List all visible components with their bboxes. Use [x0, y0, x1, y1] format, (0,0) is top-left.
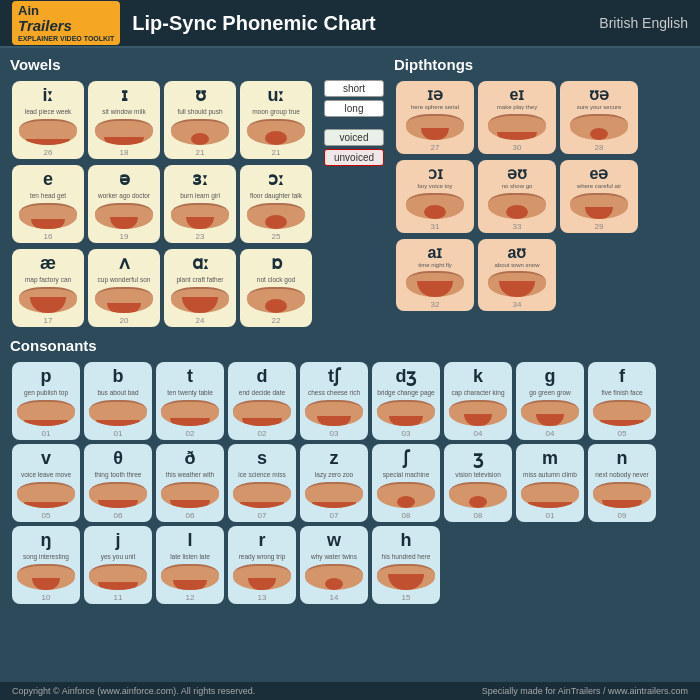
- phoneme-num: 17: [44, 316, 53, 325]
- phoneme-symbol: ʒ: [473, 448, 483, 470]
- phoneme-symbol: ð: [185, 448, 196, 470]
- mouth-shape: [247, 203, 305, 229]
- consonant-card: p gen publish top 01: [12, 362, 80, 440]
- mouth-shape: [305, 400, 363, 426]
- logo-trailers: Trailers: [18, 18, 114, 35]
- mouth-shape: [449, 482, 507, 508]
- phoneme-words: his hundred here: [382, 553, 431, 561]
- mouth-shape: [89, 482, 147, 508]
- consonant-card: f five finish face 05: [588, 362, 656, 440]
- phoneme-words: miss autumn climb: [523, 471, 577, 479]
- phoneme-words: five finish face: [601, 389, 642, 397]
- diphthong-symbol: ʊə: [589, 85, 609, 104]
- phoneme-words: why water twins: [311, 553, 357, 561]
- phoneme-num: 32: [431, 300, 440, 309]
- logo-ain: Ain: [18, 4, 114, 18]
- phoneme-symbol: dʒ: [396, 366, 417, 388]
- phoneme-num: 04: [546, 429, 555, 438]
- mouth-shape: [19, 119, 77, 145]
- header: Ain Trailers EXPLAINER VIDEO TOOLKIT Lip…: [0, 0, 700, 48]
- diphthong-words: make play they: [497, 104, 537, 112]
- phoneme-num: 33: [513, 222, 522, 231]
- phoneme-symbol: j: [115, 530, 120, 552]
- phoneme-words: burn learn girl: [180, 192, 220, 200]
- phoneme-symbol: k: [473, 366, 483, 388]
- mouth-shape: [570, 114, 628, 140]
- consonant-card: r ready wrong trip 13: [228, 526, 296, 604]
- phoneme-card: ə worker ago doctor 19: [88, 165, 160, 243]
- mouth-shape: [19, 287, 77, 313]
- phoneme-symbol: ɪ: [121, 85, 128, 107]
- phoneme-words: full should push: [177, 108, 222, 116]
- diphthong-words: about town snow: [494, 262, 539, 270]
- phoneme-num: 19: [120, 232, 129, 241]
- consonants-title: Consonants: [10, 337, 690, 354]
- mouth-shape: [406, 271, 464, 297]
- phoneme-num: 16: [44, 232, 53, 241]
- phoneme-card: ɔː floor daughter talk 25: [240, 165, 312, 243]
- mouth-shape: [161, 482, 219, 508]
- consonant-card: ʒ vision television 08: [444, 444, 512, 522]
- consonant-card: tʃ chess cheese rich 03: [300, 362, 368, 440]
- consonant-card: ʃ special machine 08: [372, 444, 440, 522]
- phoneme-symbol: d: [257, 366, 268, 388]
- long-label: long: [324, 100, 384, 117]
- phoneme-symbol: g: [545, 366, 556, 388]
- mouth-shape: [233, 564, 291, 590]
- logo-subtitle: EXPLAINER VIDEO TOOLKIT: [18, 35, 114, 43]
- phoneme-words: lazy zero zoo: [315, 471, 353, 479]
- mouth-shape: [406, 114, 464, 140]
- phoneme-words: go green grow: [529, 389, 571, 397]
- diphthong-words: sure your secure: [577, 104, 622, 112]
- diphthong-words: time night fly: [418, 262, 452, 270]
- phoneme-words: ice science miss: [238, 471, 285, 479]
- phoneme-symbol: ʃ: [403, 448, 409, 470]
- consonant-card: ŋ song interesting 10: [12, 526, 80, 604]
- mouth-shape: [593, 400, 651, 426]
- phoneme-num: 34: [513, 300, 522, 309]
- phoneme-words: plant craft father: [177, 276, 224, 284]
- diphthong-card: aʊ about town snow 34: [478, 239, 556, 312]
- consonant-card: v voice leave move 05: [12, 444, 80, 522]
- phoneme-num: 31: [431, 222, 440, 231]
- phoneme-card: ʌ cup wonderful son 20: [88, 249, 160, 327]
- phoneme-card: ʊ full should push 21: [164, 81, 236, 159]
- phoneme-num: 27: [431, 143, 440, 152]
- short-long-legend: short long: [324, 80, 384, 117]
- phoneme-words: cup wonderful son: [98, 276, 151, 284]
- mouth-shape: [305, 482, 363, 508]
- mouth-shape: [19, 203, 77, 229]
- phoneme-symbol: r: [258, 530, 265, 552]
- mouth-shape: [406, 193, 464, 219]
- mouth-shape: [171, 287, 229, 313]
- consonant-card: g go green grow 04: [516, 362, 584, 440]
- diphthong-symbol: ɔɪ: [428, 164, 443, 183]
- phoneme-num: 08: [402, 511, 411, 520]
- phoneme-symbol: s: [257, 448, 267, 470]
- phoneme-card: ɒ not clock god 22: [240, 249, 312, 327]
- phoneme-words: voice leave move: [21, 471, 71, 479]
- phoneme-card: æ map factory can 17: [12, 249, 84, 327]
- phoneme-symbol: z: [330, 448, 339, 470]
- consonant-card: w why water twins 14: [300, 526, 368, 604]
- vowels-title: Vowels: [10, 56, 314, 73]
- phoneme-symbol: ɒ: [271, 253, 282, 275]
- diphthong-symbol: ɪə: [427, 85, 443, 104]
- phoneme-num: 22: [272, 316, 281, 325]
- mouth-shape: [171, 203, 229, 229]
- mouth-shape: [17, 400, 75, 426]
- mouth-shape: [377, 482, 435, 508]
- consonant-card: m miss autumn climb 01: [516, 444, 584, 522]
- phoneme-words: floor daughter talk: [250, 192, 302, 200]
- phoneme-words: next nobody never: [595, 471, 648, 479]
- consonant-card: n next nobody never 09: [588, 444, 656, 522]
- phoneme-words: not clock god: [257, 276, 295, 284]
- mouth-shape: [89, 400, 147, 426]
- phoneme-symbol: f: [619, 366, 625, 388]
- diphthongs-title: Dipthtongs: [394, 56, 640, 73]
- phoneme-num: 10: [42, 593, 51, 602]
- phoneme-words: ten twenty table: [167, 389, 213, 397]
- mouth-shape: [570, 193, 628, 219]
- phoneme-card: ɪ sit window milk 18: [88, 81, 160, 159]
- consonant-card: z lazy zero zoo 07: [300, 444, 368, 522]
